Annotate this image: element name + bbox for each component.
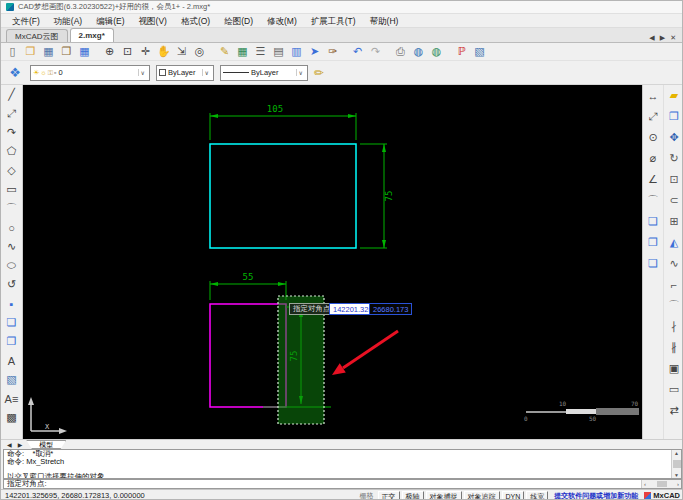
- color-dropdown-icon[interactable]: ∨: [202, 69, 211, 76]
- insert-block-tool[interactable]: ❏: [2, 313, 21, 332]
- trim-button[interactable]: ∦: [665, 337, 683, 358]
- dimension-105[interactable]: [210, 113, 356, 140]
- polygon-irregular-tool[interactable]: ◇: [2, 161, 21, 180]
- tab-mxcad-cloud[interactable]: MxCAD云图: [6, 29, 68, 42]
- menu-item[interactable]: 格式(O): [174, 14, 217, 28]
- tab-scroll-left-icon[interactable]: ◀: [649, 34, 654, 42]
- scroll-right-icon[interactable]: ›: [677, 481, 679, 487]
- dim-arc-length-button[interactable]: ⌒: [644, 190, 663, 211]
- dim-continue-button[interactable]: ❏: [644, 211, 663, 232]
- save-sheet-button[interactable]: ▥: [288, 44, 305, 60]
- hatch-tool[interactable]: ▩: [2, 408, 21, 427]
- fillet-button[interactable]: ⌒: [665, 295, 683, 316]
- dimension-75-right[interactable]: [360, 144, 387, 248]
- rotate-button[interactable]: ↻: [665, 148, 683, 169]
- insert-image-button[interactable]: ▧: [471, 44, 488, 60]
- export-pdf-button[interactable]: ℙ: [453, 44, 470, 60]
- dim-quick-button[interactable]: ❏: [644, 253, 663, 274]
- linetype-dropdown-icon[interactable]: ∨: [296, 69, 305, 76]
- print-button[interactable]: ⎙: [392, 44, 409, 60]
- spline-edit-button[interactable]: ∿: [665, 253, 683, 274]
- entity-rectangle-large[interactable]: [210, 144, 356, 248]
- layout-next-icon[interactable]: ▶: [16, 441, 25, 448]
- stretch-button[interactable]: ⇄: [665, 400, 683, 421]
- drawing-canvas[interactable]: 105 75 55 75: [23, 85, 642, 439]
- menu-item[interactable]: 视图(V): [132, 14, 174, 28]
- mtext-tool[interactable]: A≡: [2, 389, 21, 408]
- horizontal-scroll-thumb[interactable]: [657, 481, 667, 487]
- offset-button[interactable]: ⊂: [665, 190, 683, 211]
- revision-cloud-tool[interactable]: ↺: [2, 275, 21, 294]
- zoom-center-button[interactable]: ◎: [191, 44, 208, 60]
- create-block-tool[interactable]: ❐: [2, 332, 21, 351]
- polygon-tool[interactable]: ⬠: [2, 142, 21, 161]
- draw-line-tool[interactable]: ╱: [2, 85, 21, 104]
- polyline-tool[interactable]: ↷: [2, 123, 21, 142]
- status-toggle[interactable]: 线宽: [526, 491, 548, 500]
- tab-active-drawing[interactable]: 2.mxg*: [70, 28, 114, 42]
- new-sheet-button[interactable]: ▤: [270, 44, 287, 60]
- color-palette-button[interactable]: ▦: [234, 44, 251, 60]
- dynamic-input-y-field[interactable]: 26680.173: [369, 303, 412, 315]
- status-toggle[interactable]: DYN: [502, 491, 525, 500]
- pan-button[interactable]: ✋: [155, 44, 172, 60]
- web-open-button[interactable]: ◍: [428, 44, 445, 60]
- vertical-scroll-thumb[interactable]: [673, 460, 681, 468]
- dimension-55[interactable]: [210, 281, 286, 300]
- dim-aligned-button[interactable]: ⤢: [644, 106, 663, 127]
- chamfer-button[interactable]: ⌐: [665, 274, 683, 295]
- color-select[interactable]: ByLayer ∨: [156, 65, 214, 81]
- command-vertical-scrollbar[interactable]: ▲ ▼: [671, 450, 681, 478]
- rectangle-tool[interactable]: ▭: [2, 180, 21, 199]
- open-drawing-button[interactable]: ❐: [58, 44, 75, 60]
- region-button[interactable]: ▭: [665, 379, 683, 400]
- layout-prev-icon[interactable]: ◀: [5, 441, 14, 448]
- layers-manager-icon[interactable]: ❖: [6, 65, 24, 80]
- tab-scroll-right-icon[interactable]: ▶: [660, 34, 665, 42]
- properties-edit-icon[interactable]: ✏: [314, 66, 324, 80]
- insert-image-tool[interactable]: ▧: [2, 370, 21, 389]
- status-toggle[interactable]: 正交: [378, 491, 400, 500]
- undo-button[interactable]: ↶: [349, 44, 366, 60]
- menu-item[interactable]: 修改(M): [260, 14, 304, 28]
- toggle-grid[interactable]: 栅格: [358, 491, 376, 500]
- mirror-button[interactable]: ◭: [665, 232, 683, 253]
- point-tool[interactable]: ▪: [2, 294, 21, 313]
- dim-angular-button[interactable]: ∠: [644, 169, 663, 190]
- format-brush-button[interactable]: ✑: [324, 44, 341, 60]
- save-button[interactable]: ▦: [40, 44, 57, 60]
- status-toggle[interactable]: 对象捕捉: [426, 491, 462, 500]
- menu-item[interactable]: 扩展工具(T): [304, 14, 363, 28]
- layer-dropdown-icon[interactable]: ∨: [138, 69, 147, 76]
- dim-linear-button[interactable]: ↔: [644, 85, 663, 106]
- menu-item[interactable]: 文件(F): [5, 14, 47, 28]
- save-as-button[interactable]: ▦: [76, 44, 93, 60]
- zoom-in-button[interactable]: ⊕: [101, 44, 118, 60]
- status-toggle[interactable]: 极轴: [402, 491, 424, 500]
- spline-tool[interactable]: ∿: [2, 237, 21, 256]
- tab-close-icon[interactable]: ✕: [670, 34, 676, 42]
- linetype-select[interactable]: ByLayer ∨: [220, 65, 308, 81]
- erase-button[interactable]: ▰: [665, 85, 683, 106]
- scroll-down-icon[interactable]: ▼: [674, 472, 679, 478]
- explode-button[interactable]: ▣: [665, 358, 683, 379]
- array-button[interactable]: ⊞: [665, 211, 683, 232]
- redo-button[interactable]: ↷: [367, 44, 384, 60]
- command-horizontal-scrollbar[interactable]: ‹ ›: [641, 480, 681, 488]
- entity-rectangle-small[interactable]: [210, 304, 286, 407]
- text-tool[interactable]: A: [2, 351, 21, 370]
- command-input-field[interactable]: 指定对角点:: [4, 479, 641, 489]
- copy-button[interactable]: ❐: [665, 106, 683, 127]
- open-file-button[interactable]: ❐: [22, 44, 39, 60]
- circle-tool[interactable]: ○: [2, 218, 21, 237]
- web-publish-button[interactable]: ◍: [410, 44, 427, 60]
- scale-button[interactable]: ⊡: [665, 169, 683, 190]
- scroll-left-icon[interactable]: ‹: [644, 481, 646, 487]
- draw-line-button[interactable]: ✎: [216, 44, 233, 60]
- zoom-extents-button[interactable]: ✛: [137, 44, 154, 60]
- menu-item[interactable]: 帮助(H): [363, 14, 406, 28]
- scroll-up-icon[interactable]: ▲: [674, 450, 679, 456]
- tab-model[interactable]: 模型: [26, 440, 66, 449]
- menu-item[interactable]: 编辑(E): [89, 14, 131, 28]
- status-toggle[interactable]: 对象追踪: [464, 491, 500, 500]
